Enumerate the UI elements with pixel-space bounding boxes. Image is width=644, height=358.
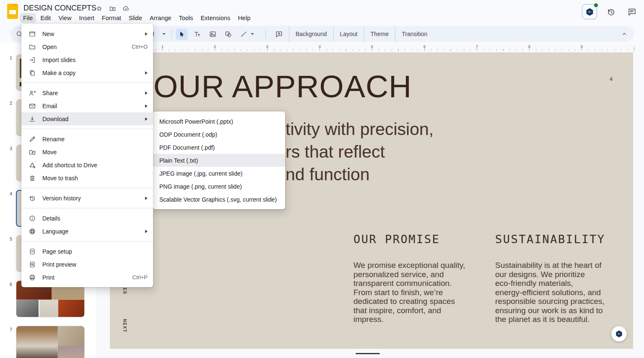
collapse-toolbar-icon[interactable] xyxy=(621,30,628,38)
toolbar-text-button[interactable]: Transition xyxy=(395,26,434,42)
toolbar-tool-button[interactable] xyxy=(176,29,188,40)
file-menu-item[interactable]: Open Ctrl+O xyxy=(21,40,153,53)
download-submenu-item[interactable]: PDF Document (.pdf) xyxy=(153,141,285,154)
download-submenu-item[interactable]: Plain Text (.txt) xyxy=(153,154,285,167)
file-menu-item-icon xyxy=(29,56,36,64)
download-submenu-item[interactable]: PNG image (.png, current slide) xyxy=(153,180,285,193)
file-menu-item-icon xyxy=(29,174,36,182)
toolbar-text-button[interactable]: Layout xyxy=(333,26,364,42)
slide-title-text[interactable]: OUR APPROACH xyxy=(153,68,412,104)
download-submenu-item-label: ODP Document (.odp) xyxy=(159,131,217,138)
download-submenu: Microsoft PowerPoint (.pptx) ODP Documen… xyxy=(153,112,285,209)
extension-logo-icon xyxy=(615,329,623,338)
download-submenu-item[interactable]: Microsoft PowerPoint (.pptx) xyxy=(153,115,285,128)
menubar-item[interactable]: Tools xyxy=(176,13,197,23)
file-menu-item-icon xyxy=(29,43,36,51)
menubar-item[interactable]: Extensions xyxy=(197,13,234,23)
toolbar-tool-button[interactable] xyxy=(238,29,258,40)
chevron-down-icon[interactable] xyxy=(160,30,168,38)
file-menu-item[interactable]: Import slides xyxy=(21,53,153,66)
file-menu-item-label: Make a copy xyxy=(42,70,135,76)
doc-action-icon[interactable] xyxy=(96,5,103,12)
topbar-action-button[interactable] xyxy=(604,5,618,19)
slide-number: 5 xyxy=(0,235,16,272)
slide-column-heading[interactable]: SUSTAINABILITY xyxy=(495,233,621,246)
file-menu-item[interactable]: Share xyxy=(21,86,153,99)
chevron-down-icon[interactable] xyxy=(249,30,256,38)
file-menu-item[interactable]: Move xyxy=(21,145,153,158)
toolbar-tool-icon xyxy=(240,30,248,38)
download-submenu-item-label: PDF Document (.pdf) xyxy=(159,144,215,151)
menubar-item[interactable]: View xyxy=(55,13,75,23)
slide-column[interactable]: SUSTAINABILITY Sustainability is at the … xyxy=(495,233,621,324)
file-menu-item[interactable]: Add shortcut to Drive xyxy=(21,158,153,171)
file-menu-item-icon xyxy=(29,195,36,202)
menubar-item[interactable]: Edit xyxy=(37,13,54,23)
file-menu-item-label: Add shortcut to Drive xyxy=(42,162,143,169)
file-menu-item[interactable]: Move to trash xyxy=(21,171,153,184)
menubar-item[interactable]: Help xyxy=(234,13,254,23)
file-menu-item-icon xyxy=(29,228,36,235)
document-title[interactable]: DESIGN CONCEPTS xyxy=(23,4,96,13)
file-menu-item[interactable]: Email xyxy=(21,99,153,112)
toolbar-tool-button[interactable] xyxy=(191,29,203,40)
menubar-item[interactable]: Arrange xyxy=(146,13,175,23)
file-menu-item-icon xyxy=(29,115,36,123)
topbar-action-button[interactable] xyxy=(582,4,597,19)
file-menu-item-label: Details xyxy=(42,215,143,222)
file-menu-item-label: Download xyxy=(42,116,135,122)
file-menu-item-label: New xyxy=(42,31,135,37)
file-menu-item-label: Page setup xyxy=(42,248,143,255)
topbar-action-button[interactable] xyxy=(625,5,639,19)
toolbar-tool-icon xyxy=(178,30,186,38)
file-menu-item[interactable]: Language xyxy=(21,225,153,238)
file-menu-item[interactable]: Details xyxy=(21,212,153,225)
submenu-arrow-icon xyxy=(145,71,148,75)
download-submenu-item[interactable]: Scalable Vector Graphics (.svg, current … xyxy=(153,193,285,206)
toolbar-text-button[interactable]: Theme xyxy=(364,26,395,42)
slide-thumbnail[interactable] xyxy=(16,326,85,358)
file-menu-item-label: Share xyxy=(42,90,135,96)
menu-bar: File Edit View Insert Format Slide Arran… xyxy=(20,13,254,23)
submenu-arrow-icon xyxy=(145,32,148,36)
toolbar-tool-button[interactable] xyxy=(273,29,285,40)
file-menu-item[interactable]: Print preview xyxy=(21,258,153,271)
menubar-item[interactable]: Format xyxy=(99,13,125,23)
toolbar-text-button[interactable]: Background xyxy=(289,26,333,42)
file-menu-item[interactable]: Version history xyxy=(21,192,153,205)
file-menu-item[interactable]: Make a copy xyxy=(21,66,153,79)
slide-body-text[interactable]: tivity with precision, rs that reflect n… xyxy=(286,118,434,186)
menubar-item[interactable]: Insert xyxy=(76,13,98,23)
slide-number: 6 xyxy=(0,280,16,317)
submenu-arrow-icon xyxy=(145,91,148,95)
file-menu-item-label: Move xyxy=(42,149,143,156)
file-menu-item-label: Version history xyxy=(42,195,135,202)
file-menu-item-label: Print preview xyxy=(42,261,143,268)
slide-column-body[interactable]: Sustainability is at the heart of our de… xyxy=(495,261,619,324)
extension-floating-button[interactable] xyxy=(611,326,627,342)
menubar-item[interactable]: File xyxy=(20,13,36,23)
slide-column[interactable]: OUR PROMISE We promise exceptional quali… xyxy=(353,233,479,324)
doc-action-icon[interactable] xyxy=(109,5,116,12)
download-submenu-item-label: JPEG image (.jpg, current slide) xyxy=(159,170,242,177)
file-menu-item-icon xyxy=(29,89,36,97)
file-menu-item-shortcut: Ctrl+P xyxy=(132,274,148,280)
slide-column-body[interactable]: We promise exceptional quality, personal… xyxy=(353,261,477,324)
doc-action-icon[interactable] xyxy=(122,5,130,12)
slide-column-heading[interactable]: OUR PROMISE xyxy=(353,233,479,246)
filmstrip-slide[interactable]: 7 xyxy=(0,326,85,358)
download-submenu-item[interactable]: JPEG image (.jpg, current slide) xyxy=(153,167,285,180)
topbar-action-icon xyxy=(585,7,595,17)
download-submenu-item[interactable]: ODP Document (.odp) xyxy=(153,128,285,141)
file-menu-item[interactable]: Page setup xyxy=(21,245,153,258)
toolbar-tool-button[interactable] xyxy=(222,29,234,40)
file-menu-item[interactable]: Print Ctrl+P xyxy=(21,271,153,284)
menubar-item[interactable]: Slide xyxy=(125,13,145,23)
slide-number: 1 xyxy=(0,54,16,91)
toolbar-tool-button[interactable] xyxy=(207,29,219,40)
file-menu-item-icon xyxy=(29,102,36,110)
file-menu-item[interactable]: Download xyxy=(21,112,153,125)
file-menu-item[interactable]: Rename xyxy=(21,132,153,145)
toolbar-tool-icon xyxy=(275,30,283,38)
file-menu-item[interactable]: New xyxy=(21,27,153,40)
